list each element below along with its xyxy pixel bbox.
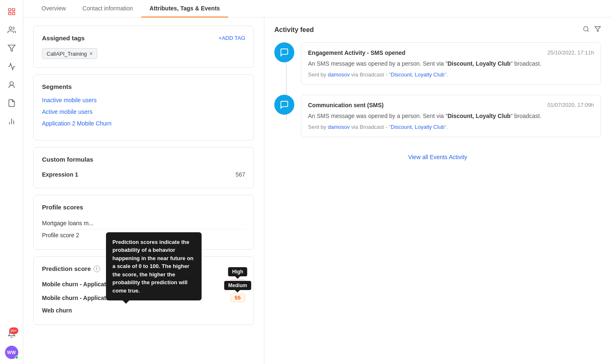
view-all-events-button[interactable]: View all Events Activity	[274, 147, 601, 167]
assigned-tags-title: Assigned tags	[42, 34, 85, 42]
pred-score-wrapper-2: Medium 55	[230, 293, 245, 302]
activity-meta-2: Sent by damosov via Broadcast - "Discoun…	[308, 124, 594, 130]
profile-scores-title: Profile scores	[42, 204, 83, 211]
online-indicator	[15, 356, 18, 359]
segment-link-active[interactable]: Active mobile users	[42, 108, 245, 115]
left-panel: Assigned tags +ADD TAG CallAPI_Training …	[23, 17, 264, 364]
assigned-tags-card: Assigned tags +ADD TAG CallAPI_Training …	[33, 26, 254, 68]
activity-timestamp-1: 25/10/2022, 17:11h	[547, 49, 594, 56]
activity-feed-title: Activity feed	[274, 26, 314, 34]
activity-user-link-2[interactable]: damosov	[328, 124, 350, 130]
tag-item: CallAPI_Training ×	[42, 48, 97, 59]
tag-remove-button[interactable]: ×	[89, 50, 93, 57]
main-content: Overview Contact information Attributes,…	[23, 0, 611, 364]
profile-scores-header: Profile scores	[42, 204, 245, 211]
activity-broadcast-link-2[interactable]: Discount, Loyalty Club	[391, 124, 444, 130]
activity-item-1: Engagement Activity - SMS opened 25/10/2…	[274, 42, 601, 85]
activity-timeline: Engagement Activity - SMS opened 25/10/2…	[274, 42, 601, 137]
activity-user-link-1[interactable]: damosov	[328, 71, 350, 78]
sidebar-icon-notifications[interactable]: 99+	[3, 326, 20, 342]
prediction-score-header: Prediction score i Prediction scores ind…	[42, 265, 245, 272]
sidebar-icon-campaigns[interactable]	[3, 95, 20, 111]
activity-body-2: Communication sent (SMS) 01/07/2020, 17:…	[301, 95, 601, 137]
prediction-info-icon[interactable]: i	[94, 266, 100, 272]
svg-rect-1	[12, 9, 15, 11]
activity-desc-2: An SMS message was opened by a person. S…	[308, 112, 594, 121]
activity-body-header-2: Communication sent (SMS) 01/07/2020, 17:…	[308, 102, 594, 108]
activity-timestamp-2: 01/07/2020, 17:09h	[547, 102, 594, 108]
activity-event-title-2: Communication sent (SMS)	[308, 102, 384, 108]
activity-body-header-1: Engagement Activity - SMS opened 25/10/2…	[308, 49, 594, 56]
activity-actions	[583, 26, 601, 34]
activity-meta-1: Sent by damosov via Broadcast - "Discoun…	[308, 71, 594, 78]
prediction-score-card: Prediction score i Prediction scores ind…	[33, 256, 254, 325]
sidebar-icon-analytics[interactable]	[3, 58, 20, 75]
sidebar: 99+ WW	[0, 0, 23, 364]
sidebar-icon-filter[interactable]	[3, 40, 20, 57]
svg-rect-3	[12, 12, 15, 15]
medium-badge-tooltip: Medium	[224, 281, 251, 290]
activity-event-title-1: Engagement Activity - SMS opened	[308, 49, 405, 56]
sidebar-icon-contacts[interactable]	[3, 22, 20, 38]
svg-marker-5	[8, 45, 15, 52]
activity-icon-2	[274, 95, 294, 115]
svg-line-11	[587, 30, 589, 32]
tab-attributes[interactable]: Attributes, Tags & Events	[141, 0, 228, 17]
segments-header: Segments	[42, 83, 245, 90]
activity-search-button[interactable]	[583, 26, 589, 34]
svg-point-6	[10, 82, 13, 85]
tab-contact-info[interactable]: Contact information	[74, 0, 141, 17]
high-badge-tooltip: High	[228, 267, 247, 276]
svg-marker-12	[595, 27, 600, 32]
formula-name: Expression 1	[42, 171, 78, 178]
activity-desc-1: An SMS message was opened by a person. S…	[308, 59, 594, 68]
activity-item-2: Communication sent (SMS) 01/07/2020, 17:…	[274, 95, 601, 137]
user-avatar: WW	[5, 346, 18, 359]
activity-filter-button[interactable]	[594, 26, 601, 34]
tags-list: CallAPI_Training ×	[42, 48, 245, 59]
formula-row: Expression 1 567	[42, 170, 245, 180]
profile-score-name-1: Mortgage loans m...	[42, 220, 94, 226]
prediction-name-3: Web churn	[42, 307, 245, 314]
prediction-row-3: Web churn	[42, 305, 245, 316]
formula-value: 567	[236, 171, 245, 178]
svg-rect-0	[8, 9, 11, 11]
profile-score-name-2: Profile score 2	[42, 232, 79, 239]
profile-score-row-1: Mortgage loans m...	[42, 217, 245, 229]
sidebar-icon-home[interactable]	[3, 3, 20, 20]
activity-body-1: Engagement Activity - SMS opened 25/10/2…	[301, 42, 601, 85]
tag-label: CallAPI_Training	[47, 51, 87, 57]
custom-formulas-title: Custom formulas	[42, 156, 93, 163]
prediction-score-title: Prediction score	[42, 265, 91, 272]
svg-point-4	[9, 27, 12, 30]
sidebar-icon-reports[interactable]	[3, 113, 20, 130]
content-area: Assigned tags +ADD TAG CallAPI_Training …	[23, 17, 611, 364]
segments-card: Segments Inactive mobile users Active mo…	[33, 74, 254, 140]
notifications-badge: 99+	[9, 327, 18, 334]
activity-icon-1	[274, 42, 294, 62]
custom-formulas-card: Custom formulas Expression 1 567	[33, 147, 254, 188]
tab-overview[interactable]: Overview	[33, 0, 74, 17]
tabs-bar: Overview Contact information Attributes,…	[23, 0, 611, 17]
prediction-tooltip: Prediction scores indicate the probabili…	[106, 232, 202, 301]
custom-formulas-header: Custom formulas	[42, 156, 245, 163]
assigned-tags-header: Assigned tags +ADD TAG	[42, 34, 245, 42]
activity-broadcast-link-1[interactable]: Discount, Loyalty Club	[391, 71, 444, 78]
right-panel: Activity feed	[264, 17, 611, 364]
segment-link-inactive[interactable]: Inactive mobile users	[42, 97, 245, 103]
segments-title: Segments	[42, 83, 72, 90]
sidebar-avatar[interactable]: WW	[3, 344, 20, 361]
activity-feed-header: Activity feed	[274, 26, 601, 34]
segment-link-churn[interactable]: Application 2 Mobile Churn	[42, 120, 245, 127]
sidebar-icon-segments[interactable]	[3, 76, 20, 93]
svg-point-10	[584, 27, 588, 31]
info-tooltip-wrapper: i Prediction scores indicate the probabi…	[94, 266, 100, 272]
svg-rect-2	[8, 12, 11, 15]
add-tag-button[interactable]: +ADD TAG	[219, 35, 245, 41]
